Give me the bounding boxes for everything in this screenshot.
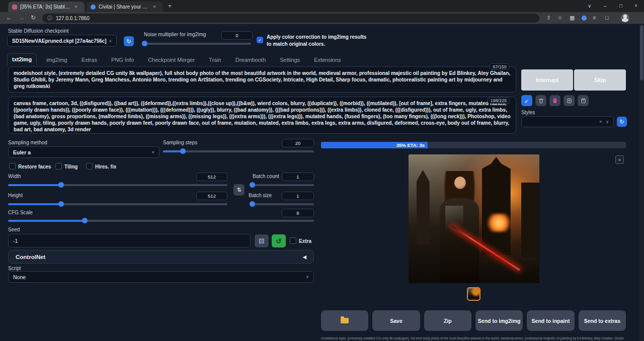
interrupt-button[interactable]: Interrupt [521, 69, 573, 91]
random-seed-button[interactable]: ⚄ [255, 234, 269, 247]
close-preview-button[interactable]: × [615, 155, 624, 164]
forward-icon[interactable]: → [19, 14, 25, 21]
stable-diffusion-favicon [12, 5, 17, 10]
profile-avatar[interactable] [621, 14, 629, 22]
prompt-token-counter: 87/150 [490, 63, 510, 70]
extension-blue-icon[interactable] [582, 16, 587, 21]
sampling-steps-slider[interactable] [163, 150, 314, 152]
tiling-checkbox[interactable] [55, 163, 62, 169]
sampling-steps-value[interactable]: 20 [282, 139, 314, 147]
sampling-method-value: Euler a [13, 149, 31, 155]
seed-input[interactable]: -1 [8, 234, 251, 247]
script-label: Script [8, 266, 21, 271]
controlnet-accordion[interactable]: ControlNet ◀ [8, 250, 314, 264]
back-icon[interactable]: ← [6, 14, 12, 21]
open-folder-button[interactable] [321, 310, 368, 331]
window-maximize-button[interactable]: □ [619, 3, 622, 9]
negative-prompt-input[interactable]: canvas frame, cartoon, 3d, ((disfigured)… [8, 97, 516, 134]
hires-fix-checkbox[interactable] [86, 163, 93, 169]
save-button[interactable]: Save [372, 310, 420, 331]
zip-button[interactable]: Zip [424, 310, 471, 331]
tab-extras[interactable]: Extras [77, 54, 102, 65]
gallery-thumbnail[interactable] [467, 287, 480, 301]
apply-style-button[interactable] [564, 95, 575, 106]
clear-styles-icon[interactable]: × [599, 119, 602, 124]
color-correction-checkbox[interactable]: ✓ [257, 37, 263, 43]
window-close-button[interactable]: × [634, 3, 637, 9]
side-panel-icon[interactable]: □ [605, 15, 609, 21]
tab-checkpoint-merger[interactable]: Checkpoint Merger [143, 54, 199, 65]
restore-faces-checkbox[interactable] [9, 163, 16, 169]
cfg-scale-slider[interactable] [8, 220, 314, 222]
batch-count-value[interactable]: 1 [282, 173, 314, 181]
checkpoint-value: SD15NewVAEpruned.ckpt [27a4ac756c] [12, 38, 107, 44]
address-bar[interactable]: ⓘ 127.0.0.1:7860 [42, 14, 539, 23]
window-chevron-icon[interactable]: ∨ [588, 3, 591, 9]
page-scrollbar-thumb[interactable] [640, 25, 643, 80]
swap-dimensions-button[interactable]: ⇅ [233, 184, 245, 196]
tab-img2img[interactable]: img2img [42, 54, 72, 65]
site-info-icon[interactable]: ⓘ [47, 15, 52, 22]
chevron-down-icon: ∨ [109, 39, 112, 43]
batch-count-slider[interactable] [250, 184, 314, 186]
send-to-extras-button[interactable]: Send to extras [579, 310, 626, 331]
refresh-styles-button[interactable]: ↻ [617, 117, 627, 127]
batch-size-value[interactable]: 1 [282, 192, 314, 200]
skip-button[interactable]: Skip [574, 69, 626, 91]
tab-settings[interactable]: Settings [275, 54, 304, 65]
extra-seed-checkbox[interactable] [290, 237, 296, 244]
browser-tab-active[interactable]: [35% ETA: 3s] Stable Diffusion × [8, 2, 85, 12]
slider-knob[interactable] [250, 182, 255, 188]
batch-size-slider[interactable] [250, 203, 314, 205]
send-to-img2img-button[interactable]: Send to img2img [475, 310, 523, 331]
menu-icon[interactable]: ≡ [593, 15, 596, 21]
progress-fill: 35% ETA: 3s [321, 142, 428, 148]
trash-icon [538, 98, 544, 104]
height-value[interactable]: 512 [196, 192, 227, 200]
script-dropdown[interactable]: None ∨ [8, 271, 314, 283]
paste-params-button[interactable]: ↙ [521, 95, 532, 106]
tab-close-icon[interactable]: × [153, 4, 156, 10]
slider-knob[interactable] [82, 218, 88, 223]
cfg-scale-value[interactable]: 8 [282, 209, 314, 217]
extra-networks-button[interactable] [549, 95, 560, 106]
slider-knob[interactable] [250, 201, 255, 207]
tab-train[interactable]: Train [204, 54, 226, 65]
tab-extensions[interactable]: Extensions [309, 54, 346, 65]
generated-image-preview[interactable] [409, 154, 539, 283]
slider-knob[interactable] [180, 148, 186, 154]
reuse-seed-button[interactable]: ↺ [272, 234, 286, 247]
checkpoint-dropdown[interactable]: SD15NewVAEpruned.ckpt [27a4ac756c] ∨ [7, 35, 117, 47]
tab-close-icon[interactable]: × [74, 4, 77, 10]
share-icon[interactable]: ⇧ [546, 15, 551, 21]
main-tab-bar: txt2img img2img Extras PNG Info Checkpoi… [7, 53, 346, 65]
prompt-input[interactable]: modelshoot style, (extremely detailed CG… [8, 66, 516, 93]
noise-multiplier-value[interactable]: 0 [221, 31, 253, 40]
height-slider[interactable] [8, 203, 227, 205]
slider-knob[interactable] [142, 41, 147, 46]
tab-dreambooth[interactable]: Dreambooth [231, 54, 271, 65]
tab-png-info[interactable]: PNG Info [107, 54, 138, 65]
styles-dropdown[interactable]: × ∨ [521, 116, 614, 127]
width-slider[interactable] [8, 184, 227, 186]
reload-icon[interactable]: ↻ [31, 14, 36, 21]
noise-multiplier-slider[interactable] [142, 43, 251, 45]
sampling-method-dropdown[interactable]: Euler a ∨ [8, 146, 159, 158]
save-style-button[interactable] [578, 95, 589, 106]
seed-label: Seed [8, 227, 20, 232]
noise-multiplier-label: Noise multiplier for img2img [144, 32, 206, 37]
extra-networks-card-icon [552, 98, 558, 104]
slider-knob[interactable] [58, 201, 64, 207]
width-value[interactable]: 512 [196, 173, 227, 181]
clear-prompt-button[interactable] [535, 95, 546, 106]
tab-txt2img[interactable]: txt2img [7, 53, 37, 65]
extensions-grid-icon[interactable]: ▦ [570, 15, 575, 21]
slider-knob[interactable] [58, 182, 64, 188]
new-tab-button[interactable]: + [168, 3, 172, 10]
window-minimize-button[interactable]: – [604, 3, 607, 9]
browser-tab-civitai[interactable]: Civitai | Share your models × [87, 2, 163, 12]
bookmark-star-icon[interactable]: ☆ [557, 15, 562, 21]
send-to-inpaint-button[interactable]: Send to inpaint [527, 310, 574, 331]
refresh-checkpoints-button[interactable]: ↻ [124, 36, 134, 46]
castle-spire [417, 170, 430, 244]
